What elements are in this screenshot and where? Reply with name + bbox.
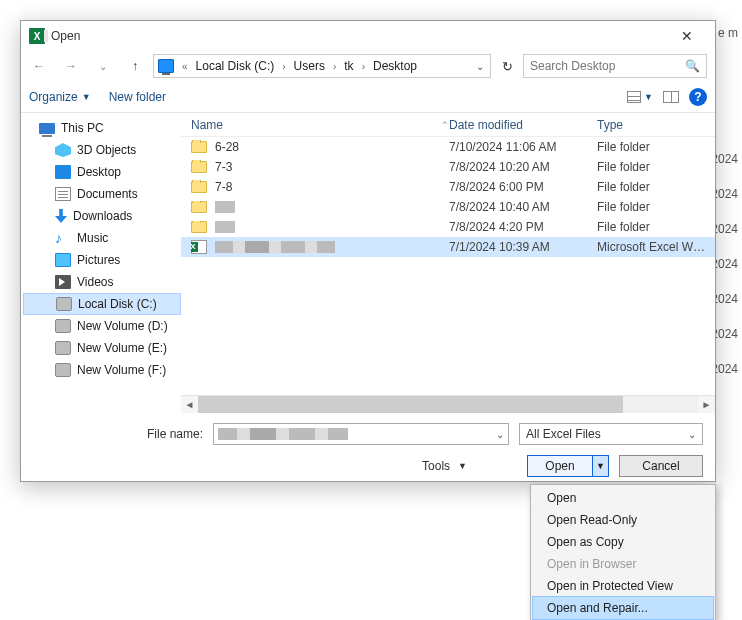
col-date-header[interactable]: Date modified [449,118,597,132]
dialog-title: Open [51,29,80,43]
scroll-track[interactable] [198,396,698,413]
filename-dropdown-icon[interactable]: ⌄ [496,429,504,440]
underlying-window: e m 2024 2024 2024 2024 2024 2024 2024 [716,0,742,620]
menu-open-readonly[interactable]: Open Read-Only [533,509,713,531]
help-button[interactable]: ? [689,88,707,106]
filename-row: File name: ⌄ All Excel Files ⌄ [21,413,715,451]
nav-this-pc[interactable]: This PC [23,117,181,139]
view-mode-button[interactable]: ▼ [627,91,653,103]
tools-menu[interactable]: Tools ▼ [422,459,467,473]
menu-open[interactable]: Open [533,487,713,509]
scroll-thumb[interactable] [198,396,623,413]
menu-open-copy[interactable]: Open as Copy [533,531,713,553]
crumb[interactable]: Users [292,59,327,73]
folder-icon [191,141,207,153]
sort-caret-icon: ⌃ [441,120,449,130]
horizontal-scrollbar[interactable]: ◄ ► [181,395,715,413]
navigation-pane[interactable]: This PC 3D Objects Desktop Documents Dow… [21,113,181,413]
file-type-filter[interactable]: All Excel Files ⌄ [519,423,703,445]
folder-icon [191,181,207,193]
organize-menu[interactable]: Organize ▼ [29,90,91,104]
file-row[interactable]: 7-3 7/8/2024 10:20 AM File folder [181,157,715,177]
menu-open-protected[interactable]: Open in Protected View [533,575,713,597]
music-icon: ♪ [55,231,71,245]
file-rows[interactable]: 6-28 7/10/2024 11:06 AM File folder 7-3 … [181,137,715,395]
open-button[interactable]: Open [528,456,592,476]
col-type-header[interactable]: Type [597,118,715,132]
crumb[interactable]: Local Disk (C:) [194,59,277,73]
list-view-icon [627,91,641,103]
cancel-button[interactable]: Cancel [619,455,703,477]
excel-file-icon [191,240,207,254]
nav-pictures[interactable]: Pictures [23,249,181,271]
recent-dropdown[interactable]: ⌄ [89,53,117,79]
redacted-name [215,221,235,233]
crumb[interactable]: tk [342,59,355,73]
search-input[interactable]: Search Desktop 🔍 [523,54,707,78]
up-button[interactable]: ↑ [121,53,149,79]
nav-label: Local Disk (C:) [78,297,157,311]
open-dropdown-button[interactable]: ▼ [592,456,608,476]
menu-open-repair[interactable]: Open and Repair... [533,597,713,619]
col-label: Type [597,118,623,132]
nav-3d-objects[interactable]: 3D Objects [23,139,181,161]
forward-button[interactable]: → [57,53,85,79]
close-button[interactable]: ✕ [667,22,707,50]
file-date: 7/8/2024 10:20 AM [449,160,597,174]
caret-down-icon: ▼ [644,92,653,102]
file-date: 7/8/2024 10:40 AM [449,200,597,214]
file-row[interactable]: 7/8/2024 4:20 PM File folder [181,217,715,237]
caret-down-icon: ▼ [458,461,467,471]
open-split-button[interactable]: Open ▼ [527,455,609,477]
menu-label: Open Read-Only [547,513,637,527]
titlebar: X Open ✕ [21,21,715,51]
nav-documents[interactable]: Documents [23,183,181,205]
refresh-icon: ↻ [502,59,513,74]
file-row[interactable]: 6-28 7/10/2024 11:06 AM File folder [181,137,715,157]
nav-label: Documents [77,187,138,201]
scroll-left-icon[interactable]: ◄ [181,396,198,413]
address-dropdown[interactable]: ⌄ [472,61,488,72]
nav-label: This PC [61,121,104,135]
nav-desktop[interactable]: Desktop [23,161,181,183]
file-type: File folder [597,160,715,174]
open-dropdown-menu: Open Open Read-Only Open as Copy Open in… [530,484,716,620]
document-icon [55,187,71,201]
nav-local-disk-c[interactable]: Local Disk (C:) [23,293,181,315]
col-label: Name [191,118,223,132]
disk-icon [55,363,71,377]
disk-icon [56,297,72,311]
folder-icon [191,221,207,233]
nav-volume-d[interactable]: New Volume (D:) [23,315,181,337]
nav-volume-e[interactable]: New Volume (E:) [23,337,181,359]
filename-input[interactable]: ⌄ [213,423,509,445]
menu-label: Open and Repair... [547,601,648,615]
crumb[interactable]: Desktop [371,59,419,73]
filter-dropdown-icon: ⌄ [688,429,696,440]
file-row[interactable]: 7-8 7/8/2024 6:00 PM File folder [181,177,715,197]
file-type: File folder [597,220,715,234]
nav-label: New Volume (D:) [77,319,168,333]
nav-music[interactable]: ♪Music [23,227,181,249]
nav-label: New Volume (F:) [77,363,166,377]
nav-videos[interactable]: Videos [23,271,181,293]
scroll-right-icon[interactable]: ► [698,396,715,413]
file-name: 7-8 [215,180,232,194]
filename-label: File name: [33,427,203,441]
nav-volume-f[interactable]: New Volume (F:) [23,359,181,381]
col-name-header[interactable]: Name⌃ [191,118,449,132]
menu-label: Open in Protected View [547,579,673,593]
file-type: File folder [597,140,715,154]
back-button[interactable]: ← [25,53,53,79]
menu-label: Open as Copy [547,535,624,549]
folder-icon [191,161,207,173]
new-folder-button[interactable]: New folder [109,90,166,104]
breadcrumb-box[interactable]: « Local Disk (C:) › Users › tk › Desktop… [153,54,491,78]
refresh-button[interactable]: ↻ [495,54,519,78]
file-row-selected[interactable]: 7/1/2024 10:39 AM Microsoft Excel W… [181,237,715,257]
search-placeholder: Search Desktop [530,59,615,73]
file-row[interactable]: 7/8/2024 10:40 AM File folder [181,197,715,217]
search-icon: 🔍 [685,59,700,73]
preview-pane-button[interactable] [663,91,679,103]
nav-downloads[interactable]: Downloads [23,205,181,227]
